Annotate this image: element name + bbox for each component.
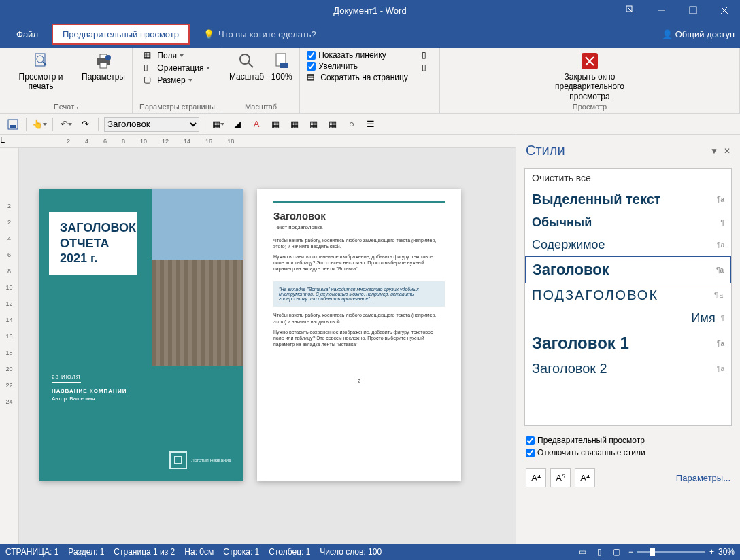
page-100-icon xyxy=(271,50,292,72)
cover-logo: Логотип Название xyxy=(169,451,231,469)
quick-access-toolbar: 👆 ↶ ↷ Заголовок ▦ ◢ A ▦ ▦ ▦ ▦ ○ ☰ xyxy=(0,114,740,135)
prev-page-button[interactable]: ▯ xyxy=(422,50,433,61)
zoom-slider[interactable] xyxy=(637,551,705,553)
status-bar: СТРАНИЦА: 1 Раздел: 1 Страница 1 из 2 На… xyxy=(0,544,740,560)
list-button[interactable]: ☰ xyxy=(363,117,378,132)
autosave-icon[interactable] xyxy=(4,2,20,18)
manage-styles-button[interactable]: A⁴ xyxy=(575,468,595,487)
page-1: ЗАГОЛОВОКОТЧЕТА2021 г. 28 ИЮЛЯ НАЗВАНИЕ … xyxy=(39,189,243,481)
preview-checkbox[interactable]: Предварительный просмотр xyxy=(526,436,730,445)
file-tab[interactable]: Файл xyxy=(8,27,46,42)
magnify-checkbox[interactable]: Увеличить xyxy=(307,61,408,71)
style-heading-1[interactable]: Заголовок 1¶a xyxy=(525,330,731,357)
horizontal-ruler[interactable]: 24681012141618 xyxy=(19,135,516,147)
status-col[interactable]: Столбец: 1 xyxy=(269,547,310,557)
status-page[interactable]: СТРАНИЦА: 1 xyxy=(5,547,58,557)
status-section[interactable]: Раздел: 1 xyxy=(68,547,104,557)
svg-rect-15 xyxy=(280,63,288,68)
style-selector[interactable]: Заголовок xyxy=(104,117,199,132)
ruler-corner: L xyxy=(0,135,19,147)
next-page-icon: ▯ xyxy=(422,63,433,73)
next-page-button[interactable]: ▯ xyxy=(422,63,433,73)
clear-format-button[interactable]: A xyxy=(249,117,264,132)
disable-linked-checkbox[interactable]: Отключить связанные стили xyxy=(526,448,730,457)
close-preview-button[interactable]: Закрыть окно предварительного просмотра xyxy=(556,50,624,101)
undo-button[interactable]: ↶ xyxy=(58,117,73,132)
status-at[interactable]: На: 0см xyxy=(184,547,214,557)
style-inspector-button[interactable]: A⁵ xyxy=(550,468,571,487)
pane-close-icon[interactable]: ✕ xyxy=(724,146,730,156)
svg-line-13 xyxy=(248,63,253,67)
svg-rect-18 xyxy=(10,125,16,128)
borders-button[interactable]: ▦ xyxy=(211,117,226,132)
web-layout-button[interactable]: ▢ xyxy=(609,546,624,558)
share-button[interactable]: 👤 Общий доступ xyxy=(662,29,735,39)
grid1-button[interactable]: ▦ xyxy=(287,117,302,132)
svg-rect-10 xyxy=(100,63,107,68)
style-normal[interactable]: Обычный¶ xyxy=(525,211,731,234)
parameters-button[interactable]: Параметры xyxy=(82,50,125,82)
size-button[interactable]: ▢Размер xyxy=(144,75,210,86)
margins-button[interactable]: ▦Поля xyxy=(144,50,210,61)
new-style-button[interactable]: A⁴ xyxy=(526,468,546,487)
print-preview-button[interactable]: Просмотр и печать xyxy=(7,50,75,92)
page-canvas[interactable]: ЗАГОЛОВОКОТЧЕТА2021 г. 28 ИЮЛЯ НАЗВАНИЕ … xyxy=(19,148,516,544)
pane-dropdown-icon[interactable]: ▼ xyxy=(710,146,718,156)
ribbon: Просмотр и печать Параметры Печать ▦Поля… xyxy=(0,48,740,114)
styles-list[interactable]: Очистить все Выделенный текст¶a Обычный¶… xyxy=(524,168,732,426)
status-page-of[interactable]: Страница 1 из 2 xyxy=(114,547,175,557)
lightbulb-icon: 💡 xyxy=(203,29,214,39)
svg-point-11 xyxy=(105,55,111,60)
magnifier-page-icon xyxy=(30,50,52,72)
style-contents[interactable]: Содержимое¶a xyxy=(525,234,731,256)
page-setup-group-label: Параметры страницы xyxy=(139,103,215,113)
close-x-icon xyxy=(579,50,601,72)
print-layout-button[interactable]: ▯ xyxy=(592,546,607,558)
grid2-button[interactable]: ▦ xyxy=(306,117,321,132)
tell-me-box[interactable]: 💡 Что вы хотите сделать? xyxy=(203,29,316,39)
maximize-button[interactable] xyxy=(677,0,709,20)
zoom-icon xyxy=(236,50,258,72)
style-name[interactable]: Имя¶ xyxy=(525,307,731,330)
circle-button[interactable]: ○ xyxy=(344,117,359,132)
hundred-percent-button[interactable]: 100% xyxy=(271,50,292,82)
zoom-button[interactable]: Масштаб xyxy=(229,50,264,82)
ribbon-options-icon[interactable] xyxy=(615,0,646,20)
grid3-button[interactable]: ▦ xyxy=(325,117,340,132)
eraser-button[interactable]: ◢ xyxy=(230,117,245,132)
zoom-group-label: Масштаб xyxy=(245,103,277,113)
close-button[interactable] xyxy=(709,0,740,20)
style-highlighted[interactable]: Выделенный текст¶a xyxy=(525,188,731,211)
share-label: Общий доступ xyxy=(675,29,735,39)
shrink-button[interactable]: ▤Сократить на страницу xyxy=(307,72,408,83)
status-words[interactable]: Число слов: 100 xyxy=(320,547,382,557)
style-heading[interactable]: Заголовок¶a xyxy=(525,256,731,283)
vertical-ruler[interactable]: 224681012141618202224 xyxy=(0,148,19,544)
table-button[interactable]: ▦ xyxy=(268,117,283,132)
title-bar: Документ1 - Word xyxy=(0,0,740,20)
orientation-button[interactable]: ▯Ориентация xyxy=(144,63,210,73)
view-group-label: Просмотр xyxy=(573,103,607,113)
zoom-level[interactable]: 30% xyxy=(718,547,735,557)
printer-icon xyxy=(92,50,114,72)
cover-photo xyxy=(152,189,243,366)
page-2: Заголовок Текст подзаголовка Чтобы начат… xyxy=(257,189,461,481)
touch-mode-button[interactable]: 👆 xyxy=(32,117,47,132)
style-clear-all[interactable]: Очистить все xyxy=(525,169,731,188)
tell-me-label: Что вы хотите сделать? xyxy=(218,29,316,39)
show-ruler-checkbox[interactable]: Показать линейку xyxy=(307,50,408,60)
preview-tab[interactable]: Предварительный просмотр xyxy=(52,24,190,45)
styles-pane: Стили ▼✕ Очистить все Выделенный текст¶a… xyxy=(516,135,740,544)
style-subheading[interactable]: ПОДЗАГОЛОВОК¶a xyxy=(525,283,731,307)
read-mode-button[interactable]: ▭ xyxy=(575,546,590,558)
status-line[interactable]: Строка: 1 xyxy=(223,547,259,557)
ribbon-tabs: Файл Предварительный просмотр 💡 Что вы х… xyxy=(0,20,740,48)
zoom-out-button[interactable]: − xyxy=(628,547,633,557)
style-heading-2[interactable]: Заголовок 2¶a xyxy=(525,357,731,381)
save-button[interactable] xyxy=(5,117,20,132)
zoom-in-button[interactable]: + xyxy=(709,547,714,557)
document-area: L 24681012141618 224681012141618202224 З… xyxy=(0,135,516,544)
minimize-button[interactable] xyxy=(646,0,677,20)
redo-button[interactable]: ↷ xyxy=(78,117,92,132)
styles-params-link[interactable]: Параметры... xyxy=(676,473,730,483)
